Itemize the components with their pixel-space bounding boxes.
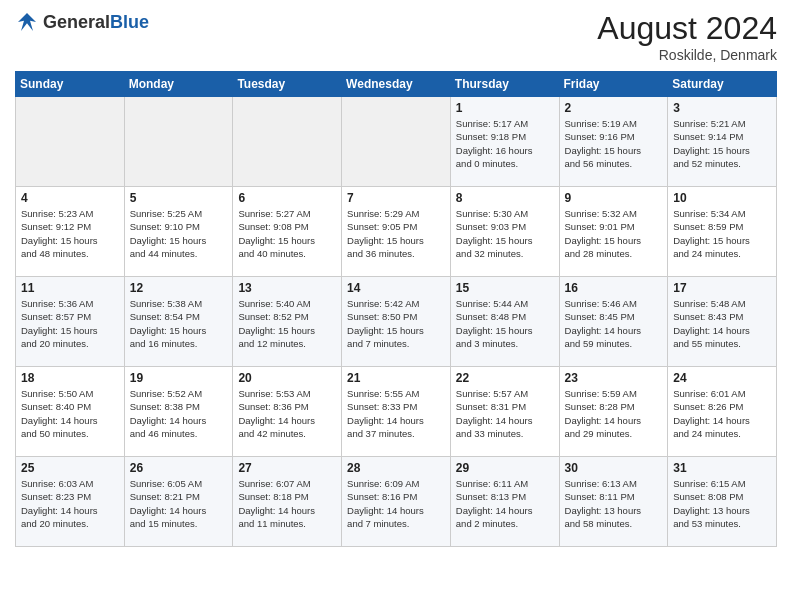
day-number: 18 bbox=[21, 371, 119, 385]
day-info: Sunrise: 6:01 AMSunset: 8:26 PMDaylight:… bbox=[673, 387, 771, 440]
day-number: 27 bbox=[238, 461, 336, 475]
day-info: Sunrise: 5:32 AMSunset: 9:01 PMDaylight:… bbox=[565, 207, 663, 260]
calendar-cell: 24Sunrise: 6:01 AMSunset: 8:26 PMDayligh… bbox=[668, 367, 777, 457]
day-info: Sunrise: 5:17 AMSunset: 9:18 PMDaylight:… bbox=[456, 117, 554, 170]
day-info: Sunrise: 5:30 AMSunset: 9:03 PMDaylight:… bbox=[456, 207, 554, 260]
day-info: Sunrise: 5:48 AMSunset: 8:43 PMDaylight:… bbox=[673, 297, 771, 350]
day-info: Sunrise: 5:40 AMSunset: 8:52 PMDaylight:… bbox=[238, 297, 336, 350]
col-wednesday: Wednesday bbox=[342, 72, 451, 97]
calendar-cell: 18Sunrise: 5:50 AMSunset: 8:40 PMDayligh… bbox=[16, 367, 125, 457]
day-info: Sunrise: 5:46 AMSunset: 8:45 PMDaylight:… bbox=[565, 297, 663, 350]
calendar-cell: 6Sunrise: 5:27 AMSunset: 9:08 PMDaylight… bbox=[233, 187, 342, 277]
calendar-cell: 2Sunrise: 5:19 AMSunset: 9:16 PMDaylight… bbox=[559, 97, 668, 187]
col-tuesday: Tuesday bbox=[233, 72, 342, 97]
calendar-header-row: Sunday Monday Tuesday Wednesday Thursday… bbox=[16, 72, 777, 97]
day-info: Sunrise: 5:59 AMSunset: 8:28 PMDaylight:… bbox=[565, 387, 663, 440]
day-number: 14 bbox=[347, 281, 445, 295]
day-info: Sunrise: 5:50 AMSunset: 8:40 PMDaylight:… bbox=[21, 387, 119, 440]
calendar-cell: 29Sunrise: 6:11 AMSunset: 8:13 PMDayligh… bbox=[450, 457, 559, 547]
day-number: 22 bbox=[456, 371, 554, 385]
day-info: Sunrise: 5:27 AMSunset: 9:08 PMDaylight:… bbox=[238, 207, 336, 260]
calendar-table: Sunday Monday Tuesday Wednesday Thursday… bbox=[15, 71, 777, 547]
day-number: 25 bbox=[21, 461, 119, 475]
day-number: 2 bbox=[565, 101, 663, 115]
calendar-cell: 27Sunrise: 6:07 AMSunset: 8:18 PMDayligh… bbox=[233, 457, 342, 547]
day-number: 10 bbox=[673, 191, 771, 205]
calendar-week-row: 11Sunrise: 5:36 AMSunset: 8:57 PMDayligh… bbox=[16, 277, 777, 367]
calendar-cell bbox=[233, 97, 342, 187]
day-number: 9 bbox=[565, 191, 663, 205]
calendar-cell bbox=[16, 97, 125, 187]
day-number: 17 bbox=[673, 281, 771, 295]
calendar-cell: 20Sunrise: 5:53 AMSunset: 8:36 PMDayligh… bbox=[233, 367, 342, 457]
logo-icon bbox=[15, 10, 39, 34]
day-info: Sunrise: 5:53 AMSunset: 8:36 PMDaylight:… bbox=[238, 387, 336, 440]
month-year-title: August 2024 bbox=[597, 10, 777, 47]
title-block: August 2024 Roskilde, Denmark bbox=[597, 10, 777, 63]
calendar-week-row: 4Sunrise: 5:23 AMSunset: 9:12 PMDaylight… bbox=[16, 187, 777, 277]
day-info: Sunrise: 5:44 AMSunset: 8:48 PMDaylight:… bbox=[456, 297, 554, 350]
day-number: 3 bbox=[673, 101, 771, 115]
day-info: Sunrise: 5:19 AMSunset: 9:16 PMDaylight:… bbox=[565, 117, 663, 170]
day-number: 26 bbox=[130, 461, 228, 475]
day-number: 5 bbox=[130, 191, 228, 205]
day-number: 21 bbox=[347, 371, 445, 385]
calendar-cell: 4Sunrise: 5:23 AMSunset: 9:12 PMDaylight… bbox=[16, 187, 125, 277]
day-info: Sunrise: 6:15 AMSunset: 8:08 PMDaylight:… bbox=[673, 477, 771, 530]
day-info: Sunrise: 5:21 AMSunset: 9:14 PMDaylight:… bbox=[673, 117, 771, 170]
day-number: 29 bbox=[456, 461, 554, 475]
col-friday: Friday bbox=[559, 72, 668, 97]
calendar-cell: 14Sunrise: 5:42 AMSunset: 8:50 PMDayligh… bbox=[342, 277, 451, 367]
calendar-cell: 31Sunrise: 6:15 AMSunset: 8:08 PMDayligh… bbox=[668, 457, 777, 547]
calendar-cell: 13Sunrise: 5:40 AMSunset: 8:52 PMDayligh… bbox=[233, 277, 342, 367]
page-header: GeneralBlue August 2024 Roskilde, Denmar… bbox=[15, 10, 777, 63]
day-info: Sunrise: 5:36 AMSunset: 8:57 PMDaylight:… bbox=[21, 297, 119, 350]
col-thursday: Thursday bbox=[450, 72, 559, 97]
day-number: 15 bbox=[456, 281, 554, 295]
calendar-cell: 1Sunrise: 5:17 AMSunset: 9:18 PMDaylight… bbox=[450, 97, 559, 187]
calendar-cell bbox=[124, 97, 233, 187]
calendar-cell: 15Sunrise: 5:44 AMSunset: 8:48 PMDayligh… bbox=[450, 277, 559, 367]
day-number: 20 bbox=[238, 371, 336, 385]
logo: GeneralBlue bbox=[15, 10, 149, 34]
calendar-cell: 25Sunrise: 6:03 AMSunset: 8:23 PMDayligh… bbox=[16, 457, 125, 547]
calendar-cell: 17Sunrise: 5:48 AMSunset: 8:43 PMDayligh… bbox=[668, 277, 777, 367]
day-info: Sunrise: 5:42 AMSunset: 8:50 PMDaylight:… bbox=[347, 297, 445, 350]
day-number: 24 bbox=[673, 371, 771, 385]
day-info: Sunrise: 5:23 AMSunset: 9:12 PMDaylight:… bbox=[21, 207, 119, 260]
day-number: 19 bbox=[130, 371, 228, 385]
day-number: 23 bbox=[565, 371, 663, 385]
day-number: 1 bbox=[456, 101, 554, 115]
day-info: Sunrise: 5:55 AMSunset: 8:33 PMDaylight:… bbox=[347, 387, 445, 440]
calendar-cell: 22Sunrise: 5:57 AMSunset: 8:31 PMDayligh… bbox=[450, 367, 559, 457]
day-info: Sunrise: 5:25 AMSunset: 9:10 PMDaylight:… bbox=[130, 207, 228, 260]
day-info: Sunrise: 6:13 AMSunset: 8:11 PMDaylight:… bbox=[565, 477, 663, 530]
day-info: Sunrise: 6:09 AMSunset: 8:16 PMDaylight:… bbox=[347, 477, 445, 530]
day-info: Sunrise: 5:34 AMSunset: 8:59 PMDaylight:… bbox=[673, 207, 771, 260]
day-info: Sunrise: 5:57 AMSunset: 8:31 PMDaylight:… bbox=[456, 387, 554, 440]
day-info: Sunrise: 5:29 AMSunset: 9:05 PMDaylight:… bbox=[347, 207, 445, 260]
day-number: 8 bbox=[456, 191, 554, 205]
day-number: 12 bbox=[130, 281, 228, 295]
day-info: Sunrise: 6:03 AMSunset: 8:23 PMDaylight:… bbox=[21, 477, 119, 530]
calendar-cell: 5Sunrise: 5:25 AMSunset: 9:10 PMDaylight… bbox=[124, 187, 233, 277]
day-info: Sunrise: 6:11 AMSunset: 8:13 PMDaylight:… bbox=[456, 477, 554, 530]
day-number: 4 bbox=[21, 191, 119, 205]
day-info: Sunrise: 5:52 AMSunset: 8:38 PMDaylight:… bbox=[130, 387, 228, 440]
logo-blue: Blue bbox=[110, 12, 149, 32]
col-sunday: Sunday bbox=[16, 72, 125, 97]
calendar-cell: 26Sunrise: 6:05 AMSunset: 8:21 PMDayligh… bbox=[124, 457, 233, 547]
day-number: 6 bbox=[238, 191, 336, 205]
calendar-week-row: 18Sunrise: 5:50 AMSunset: 8:40 PMDayligh… bbox=[16, 367, 777, 457]
day-number: 11 bbox=[21, 281, 119, 295]
calendar-cell: 19Sunrise: 5:52 AMSunset: 8:38 PMDayligh… bbox=[124, 367, 233, 457]
day-info: Sunrise: 6:07 AMSunset: 8:18 PMDaylight:… bbox=[238, 477, 336, 530]
calendar-cell: 23Sunrise: 5:59 AMSunset: 8:28 PMDayligh… bbox=[559, 367, 668, 457]
logo-text: GeneralBlue bbox=[43, 12, 149, 33]
day-number: 30 bbox=[565, 461, 663, 475]
calendar-cell: 9Sunrise: 5:32 AMSunset: 9:01 PMDaylight… bbox=[559, 187, 668, 277]
col-saturday: Saturday bbox=[668, 72, 777, 97]
day-number: 28 bbox=[347, 461, 445, 475]
calendar-cell: 16Sunrise: 5:46 AMSunset: 8:45 PMDayligh… bbox=[559, 277, 668, 367]
calendar-cell: 7Sunrise: 5:29 AMSunset: 9:05 PMDaylight… bbox=[342, 187, 451, 277]
